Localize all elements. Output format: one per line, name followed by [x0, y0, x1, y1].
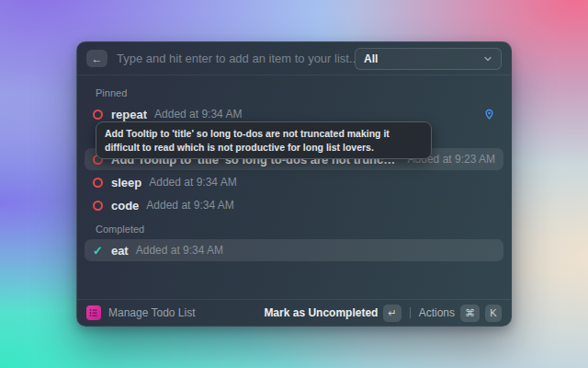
enter-key-badge[interactable]: ↵ — [383, 305, 401, 322]
filter-dropdown[interactable]: All — [355, 48, 502, 70]
todo-circle-icon — [93, 109, 103, 120]
todo-title: eat — [111, 244, 129, 258]
todo-circle-icon — [93, 178, 103, 188]
todo-title: sleep — [111, 176, 141, 190]
todo-row[interactable]: sleepAdded at 9:34 AM — [85, 171, 503, 193]
todo-title: repeat — [111, 108, 147, 121]
todo-circle-icon — [93, 201, 103, 211]
todo-added-date: Added at 9:34 AM — [154, 108, 242, 121]
todo-list: PinnedrepeatAdded at 9:34 AMTodosAdd Too… — [77, 75, 511, 261]
pin-icon — [483, 109, 495, 121]
footer-separator — [410, 307, 411, 318]
completed-check-icon: ✓ — [93, 245, 103, 257]
footer: Manage Todo List Mark as Uncompleted ↵ A… — [77, 299, 511, 326]
todo-added-date: Added at 9:34 AM — [136, 244, 223, 257]
back-button[interactable]: ← — [86, 50, 107, 67]
cmd-key-badge[interactable]: ⌘ — [460, 305, 480, 322]
desktop: { "header": { "back_icon": "←", "search_… — [0, 0, 588, 368]
todo-list-app-icon — [86, 305, 101, 320]
back-arrow-icon: ← — [92, 52, 103, 65]
todo-added-date: Added at 9:34 AM — [146, 199, 233, 212]
footer-actions: Mark as Uncompleted ↵ Actions ⌘ K — [264, 305, 502, 322]
app-name: Manage Todo List — [108, 306, 196, 319]
title-tooltip: Add Tooltip to 'title' so long to-dos ar… — [96, 121, 432, 159]
todo-title: code — [111, 199, 139, 213]
todo-row[interactable]: ✓eatAdded at 9:34 AM — [85, 239, 503, 261]
section-label-completed: Completed — [96, 224, 503, 235]
header: ← All — [77, 42, 511, 75]
search-input[interactable] — [117, 52, 355, 65]
chevron-down-icon — [483, 54, 492, 63]
primary-action-label[interactable]: Mark as Uncompleted — [264, 306, 378, 319]
raycast-window: ← All PinnedrepeatAdded at 9:34 AMTodosA… — [76, 41, 512, 327]
todo-added-date: Added at 9:34 AM — [149, 176, 236, 189]
filter-dropdown-value: All — [364, 52, 378, 65]
k-key-badge[interactable]: K — [485, 305, 502, 322]
actions-menu-label[interactable]: Actions — [419, 306, 455, 319]
section-label-pinned: Pinned — [96, 87, 503, 98]
todo-row[interactable]: codeAdded at 9:34 AM — [85, 194, 503, 216]
